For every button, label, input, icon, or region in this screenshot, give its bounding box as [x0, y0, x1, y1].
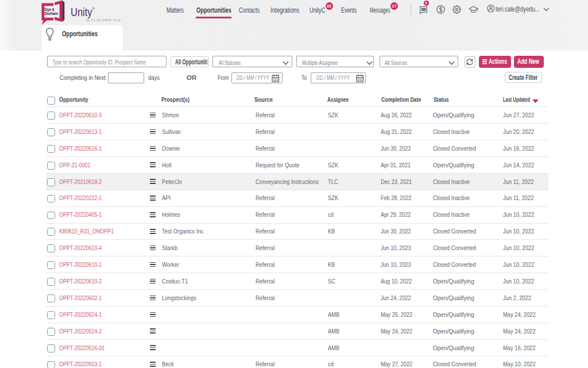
svg-text:Durham: Durham [45, 12, 59, 16]
